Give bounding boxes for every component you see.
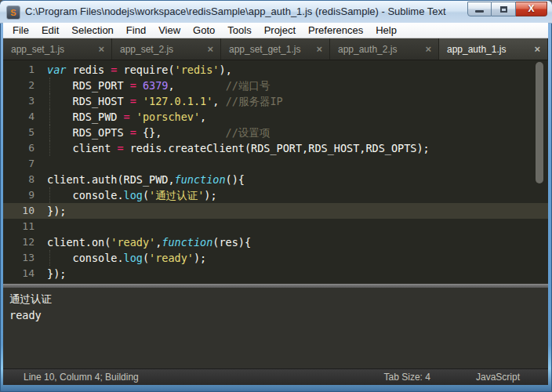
window-content: FileEditSelectionFindViewGotoToolsProjec…: [3, 23, 548, 384]
menu-goto[interactable]: Goto: [187, 23, 221, 38]
cursor-position-status: Line 10, Column 4; Building: [3, 372, 139, 383]
tab-app_set_2.js[interactable]: app_set_2.js×: [112, 38, 221, 60]
menu-find[interactable]: Find: [120, 23, 152, 38]
menu-help[interactable]: Help: [369, 23, 403, 38]
code-line-12[interactable]: client.on('ready',function(res){: [47, 234, 548, 250]
code-line-1[interactable]: var redis = require('redis'),: [47, 62, 548, 78]
code-line-14[interactable]: });: [47, 266, 548, 281]
code-line-10[interactable]: });: [44, 203, 548, 219]
indent-guide: [49, 78, 50, 93]
tab-close-icon[interactable]: ×: [313, 43, 329, 55]
line-number: 14: [3, 266, 44, 281]
code-editor[interactable]: 1234567891011121314 var redis = require(…: [3, 60, 548, 284]
minimize-icon: [475, 10, 484, 13]
menu-view[interactable]: View: [152, 23, 187, 38]
tab-label: app_set_2.js: [112, 44, 204, 55]
output-line: ready: [9, 307, 548, 324]
line-number: 11: [3, 219, 44, 234]
code-line-3[interactable]: RDS_HOST = '127.0.1.1', //服务器IP: [47, 93, 548, 109]
editor-scrollbar-thumb[interactable]: [536, 62, 543, 183]
close-icon: X: [528, 2, 534, 16]
window-controls: X: [467, 2, 547, 16]
tab-close-icon[interactable]: ×: [204, 43, 220, 55]
output-line: 通过认证: [9, 291, 548, 307]
tab-size-status[interactable]: Tab Size: 4: [384, 372, 430, 383]
window-title: C:\Program Files\nodejs\workspace\redisS…: [25, 5, 448, 17]
indent-guide: [49, 109, 50, 125]
maximize-icon: [500, 6, 507, 13]
indent-guide: [49, 250, 50, 266]
close-button[interactable]: X: [516, 2, 547, 16]
code-line-9[interactable]: console.log('通过认证');: [47, 187, 548, 203]
code-line-13[interactable]: console.log('ready');: [47, 250, 548, 266]
menu-project[interactable]: Project: [258, 23, 302, 38]
line-number: 2: [3, 78, 44, 93]
tab-app_auth_1.js[interactable]: app_auth_1.js×: [439, 38, 548, 60]
tab-close-icon[interactable]: ×: [531, 43, 547, 55]
indent-guide: [49, 125, 50, 140]
menu-bar: FileEditSelectionFindViewGotoToolsProjec…: [3, 23, 548, 38]
tab-label: app_set_1.js: [3, 44, 95, 55]
tab-close-icon[interactable]: ×: [95, 43, 111, 55]
line-number: 13: [3, 250, 44, 266]
app-logo-icon: S: [6, 5, 20, 20]
tab-app_auth_2.js[interactable]: app_auth_2.js×: [330, 38, 439, 60]
tab-close-icon[interactable]: ×: [422, 43, 438, 55]
menu-file[interactable]: File: [6, 23, 35, 38]
tab-label: app_set_get_1.js: [221, 44, 313, 55]
build-output-panel[interactable]: 通过认证ready: [3, 288, 548, 368]
line-number: 10: [3, 203, 44, 219]
menu-tools[interactable]: Tools: [221, 23, 257, 38]
code-line-11[interactable]: [47, 219, 548, 234]
line-number: 3: [3, 93, 44, 109]
tab-label: app_auth_2.js: [330, 44, 422, 55]
menu-preferences[interactable]: Preferences: [302, 23, 369, 38]
minimize-button[interactable]: [467, 2, 492, 16]
tab-label: app_auth_1.js: [439, 44, 531, 55]
line-number: 6: [3, 140, 44, 156]
code-line-2[interactable]: RDS_PORT = 6379, //端口号: [47, 78, 548, 93]
menu-selection[interactable]: Selection: [65, 23, 119, 38]
line-number: 5: [3, 125, 44, 140]
code-line-4[interactable]: RDS_PWD = 'porschev',: [47, 109, 548, 125]
status-bar: Line 10, Column 4; Building Tab Size: 4 …: [3, 368, 548, 385]
line-number-gutter: 1234567891011121314: [3, 60, 44, 284]
line-number: 12: [3, 234, 44, 250]
tab-app_set_1.js[interactable]: app_set_1.js×: [3, 38, 112, 60]
line-number: 9: [3, 187, 44, 203]
code-line-5[interactable]: RDS_OPTS = {}, //设置项: [47, 125, 548, 140]
menu-edit[interactable]: Edit: [35, 23, 65, 38]
sublime-window: S C:\Program Files\nodejs\workspace\redi…: [0, 0, 552, 392]
maximize-button[interactable]: [492, 2, 516, 16]
line-number: 8: [3, 172, 44, 187]
tab-bar: app_set_1.js×app_set_2.js×app_set_get_1.…: [3, 38, 548, 60]
title-bar[interactable]: S C:\Program Files\nodejs\workspace\redi…: [0, 0, 552, 24]
indent-guide: [49, 140, 50, 156]
syntax-status[interactable]: JavaScript: [476, 372, 520, 383]
indent-guide: [49, 93, 50, 109]
line-number: 1: [3, 62, 44, 78]
line-number: 4: [3, 109, 44, 125]
code-line-8[interactable]: client.auth(RDS_PWD,function(){: [47, 172, 548, 187]
code-area[interactable]: var redis = require('redis'), RDS_PORT =…: [44, 60, 548, 284]
line-number: 7: [3, 156, 44, 172]
tab-app_set_get_1.js[interactable]: app_set_get_1.js×: [221, 38, 330, 60]
code-line-7[interactable]: [47, 156, 548, 172]
code-line-6[interactable]: client = redis.createClient(RDS_PORT,RDS…: [47, 140, 548, 156]
indent-guide: [49, 187, 50, 203]
